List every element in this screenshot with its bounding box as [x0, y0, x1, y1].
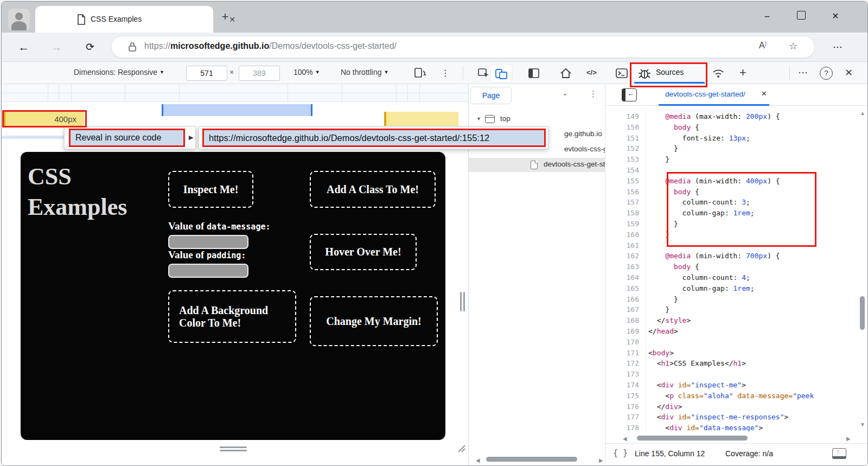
favorites-star-icon[interactable]: ☆	[789, 40, 797, 52]
hscroll-left-icon[interactable]: ◀	[623, 436, 627, 442]
code-line[interactable]: 161	[605, 240, 860, 251]
code-line[interactable]: 158 column-gap: 1rem;	[605, 208, 860, 219]
devtools-close-icon[interactable]: ✕	[845, 67, 853, 79]
zoom-dropdown[interactable]: 100% ▼	[293, 68, 320, 76]
code-line[interactable]: 170	[605, 337, 860, 348]
code-line[interactable]: 175 <p class="aloha" data-message="peek	[605, 391, 860, 401]
inspect-element-icon[interactable]	[477, 67, 491, 80]
network-conditions-wifi-icon[interactable]	[711, 67, 725, 80]
viewport-height-input[interactable]	[239, 66, 280, 81]
code-line[interactable]: 150 body {	[605, 122, 860, 133]
code-line[interactable]: 166 }	[605, 294, 860, 305]
code-line[interactable]: 163 body {	[605, 261, 860, 272]
viewport-resize-handle-right[interactable]	[460, 292, 462, 311]
code-lines[interactable]: 149 @media (max-width: 200px) {150 body …	[605, 106, 860, 431]
media-query-bar-right[interactable]	[384, 112, 458, 126]
vscroll-down-icon[interactable]: ▼	[860, 422, 865, 427]
navigator-page-tab[interactable]: Page	[470, 87, 512, 104]
scroll-left-icon[interactable]: ◀	[476, 457, 480, 463]
code-line[interactable]: 178 <div id="data-message">	[605, 423, 860, 431]
hover-over-me-box[interactable]: Hover Over Me!	[310, 234, 417, 270]
code-line[interactable]: 167 }	[605, 304, 860, 315]
pretty-print-icon[interactable]: { }	[613, 448, 628, 458]
hscroll-right-icon[interactable]: ▶	[846, 436, 851, 442]
add-panel-icon[interactable]: +	[739, 66, 746, 80]
editor-tab-close-icon[interactable]: ✕	[761, 90, 767, 98]
viewport-resize-handle-bottom2[interactable]	[220, 450, 247, 451]
code-line[interactable]: 160 }	[605, 229, 860, 240]
window-minimize-button[interactable]: –	[759, 7, 775, 25]
code-line[interactable]: 153 }	[605, 154, 860, 165]
vscroll-up-icon[interactable]: ▲	[860, 110, 865, 116]
code-line[interactable]: 159 }	[605, 219, 860, 229]
rotate-viewport-icon[interactable]	[413, 67, 427, 80]
code-line[interactable]: 156 body {	[605, 187, 860, 197]
scroll-right-icon[interactable]: ▶	[599, 457, 603, 463]
editor-vscrollbar[interactable]: ▲ ▼	[858, 108, 867, 431]
devtools-help-icon[interactable]: ?	[820, 67, 833, 80]
tree-row-file-selected[interactable]: devtools-css-get-star	[469, 158, 605, 172]
viewport-resize-corner[interactable]	[456, 443, 466, 453]
navigator-more-icon[interactable]: ⋮	[589, 89, 597, 99]
sources-tab-label[interactable]: Sources	[656, 68, 684, 76]
editor-hscroll-thumb[interactable]	[637, 436, 748, 441]
add-background-box[interactable]: Add A Background Color To Me!	[168, 290, 296, 343]
code-line[interactable]: 169</head>	[605, 326, 860, 337]
back-button[interactable]: ←	[15, 38, 33, 56]
device-toolbar-more-icon[interactable]: ⋮	[441, 68, 450, 78]
code-line[interactable]: 152 }	[605, 143, 860, 154]
code-line[interactable]: 174 <div id="inspect-me">	[605, 380, 860, 391]
home-icon[interactable]	[559, 67, 573, 80]
code-line[interactable]: 176 </div>	[605, 401, 860, 412]
browser-settings-icon[interactable]: ⋯	[828, 38, 847, 56]
viewport-width-input[interactable]	[186, 66, 227, 81]
media-query-bar-blue[interactable]	[162, 104, 312, 116]
code-line[interactable]: 173	[605, 369, 860, 380]
code-line[interactable]: 149 @media (max-width: 200px) {	[605, 111, 860, 122]
code-line[interactable]: 162 @media (min-width: 700px) {	[605, 251, 860, 261]
code-line[interactable]: 151 font-size: 13px;	[605, 133, 860, 144]
sources-bug-icon[interactable]	[637, 67, 652, 80]
new-tab-button[interactable]: +	[218, 9, 233, 24]
code-line[interactable]: 165 column-gap: 1rem;	[605, 283, 860, 294]
show-drawer-icon[interactable]	[832, 448, 846, 459]
add-class-box[interactable]: Add A Class To Me!	[310, 171, 436, 208]
dock-side-icon[interactable]	[527, 67, 541, 80]
viewport-resize-handle-bottom[interactable]	[220, 446, 247, 448]
code-line[interactable]: 172 <h1>CSS Examples</h1>	[605, 358, 860, 369]
hide-navigator-icon[interactable]	[622, 88, 637, 101]
devtools-more-icon[interactable]: ⋯	[798, 67, 808, 79]
code-line[interactable]: 157 column-count: 3;	[605, 197, 860, 208]
navigator-hscroll-thumb[interactable]	[486, 457, 577, 462]
editor-vscroll-thumb[interactable]	[860, 296, 865, 330]
code-line[interactable]: 177 <div id="inspect-me-responses">	[605, 412, 860, 423]
context-menu: ▶	[64, 126, 196, 149]
site-info-lock-icon[interactable]	[128, 42, 137, 52]
code-line[interactable]: 154	[605, 165, 860, 176]
media-query-bar-400px[interactable]: 400px	[3, 112, 84, 126]
profile-avatar[interactable]	[8, 9, 30, 30]
read-aloud-icon[interactable]: A)	[759, 41, 767, 50]
code-line[interactable]: 171<body>	[605, 348, 860, 359]
console-icon[interactable]	[615, 67, 629, 80]
elements-code-icon[interactable]: </>	[586, 68, 597, 76]
throttling-dropdown[interactable]: No throttling ▼	[341, 68, 388, 76]
dimensions-dropdown[interactable]: Dimensions: Responsive ▼	[74, 68, 164, 76]
code-line[interactable]: 155 @media (min-width: 400px) {	[605, 176, 860, 187]
window-close-button[interactable]: ✕	[827, 7, 844, 25]
forward-button[interactable]: →	[47, 38, 66, 56]
browser-tab[interactable]: CSS Examples ✕	[35, 6, 213, 33]
refresh-button[interactable]: ⟳	[81, 38, 99, 56]
change-margin-box[interactable]: Change My Margin!	[310, 296, 438, 346]
code-line[interactable]: 164 column-count: 4;	[605, 272, 860, 283]
viewport-resize-handle-right2[interactable]	[463, 292, 465, 311]
editor-file-tab[interactable]: devtools-css-get-started/ ✕	[659, 84, 769, 106]
code-line[interactable]: 168 </style>	[605, 315, 860, 326]
navigator-chevron-down-icon[interactable]: ⌄	[562, 89, 568, 97]
editor-hscrollbar[interactable]: ◀ ▶	[618, 435, 860, 442]
tree-expand-icon[interactable]: ▼	[476, 116, 481, 122]
tree-row-top[interactable]: ▼ top	[469, 112, 605, 126]
inspect-me-box[interactable]: Inspect Me!	[168, 171, 253, 208]
window-maximize-button[interactable]	[797, 11, 806, 20]
address-bar[interactable]: https://microsoftedge.github.io/Demos/de…	[111, 36, 815, 58]
